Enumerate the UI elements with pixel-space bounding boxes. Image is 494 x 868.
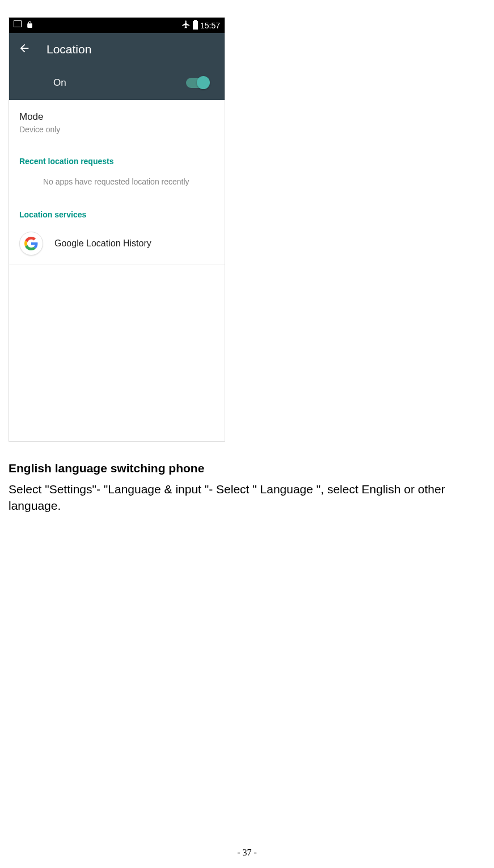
mode-value: Device only (19, 125, 214, 134)
location-toggle-row[interactable]: On (9, 66, 225, 100)
document-body: English language switching phone Select … (9, 462, 491, 514)
status-bar: 15:57 (9, 18, 225, 33)
clock-time: 15:57 (200, 21, 220, 30)
doc-paragraph: Select "Settings"- "Language & input "- … (9, 481, 491, 514)
service-label: Google Location History (54, 238, 151, 249)
lock-icon (26, 20, 33, 31)
toggle-switch[interactable] (186, 78, 209, 88)
battery-icon (193, 21, 198, 30)
page-number: - 37 - (0, 848, 494, 858)
mode-title: Mode (19, 111, 214, 123)
recent-requests-header: Recent location requests (9, 144, 225, 171)
google-location-history-row[interactable]: Google Location History (9, 225, 225, 265)
doc-heading: English language switching phone (9, 462, 491, 475)
phone-screenshot: 15:57 Location On Mode Device only Recen… (9, 17, 225, 442)
google-icon (19, 232, 43, 255)
airplane-icon (181, 20, 191, 31)
page-title: Location (47, 43, 91, 56)
app-bar: Location (9, 33, 225, 66)
back-arrow-icon[interactable] (18, 42, 31, 57)
toggle-label: On (53, 77, 66, 89)
no-apps-text: No apps have requested location recently (9, 171, 225, 198)
image-icon (14, 20, 22, 27)
location-services-header: Location services (9, 198, 225, 225)
mode-row[interactable]: Mode Device only (9, 100, 225, 144)
